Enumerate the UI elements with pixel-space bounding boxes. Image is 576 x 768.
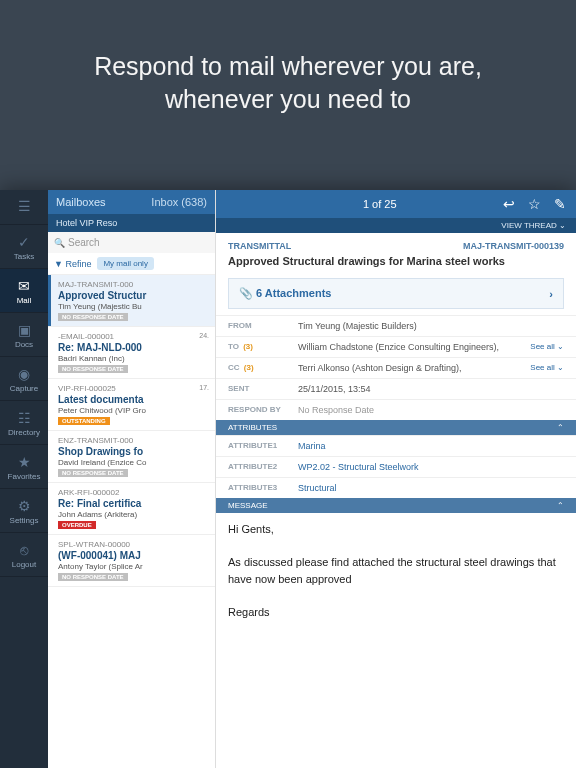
list-item[interactable]: 24.-EMAIL-000001Re: MAJ-NLD-000 Badri Ka…	[48, 327, 215, 379]
search-input[interactable]: Search	[48, 232, 215, 253]
nav-logout[interactable]: ⎋Logout	[0, 533, 48, 577]
messages-container: MAJ-TRANSMIT-000Approved StructurTim Yeu…	[48, 275, 215, 587]
see-all-link[interactable]: See all ⌄	[530, 363, 564, 373]
nav-capture[interactable]: ◉Capture	[0, 357, 48, 401]
nav-label: Favorites	[8, 472, 41, 481]
message-header[interactable]: MESSAGE⌃	[216, 498, 576, 513]
chevron-up-icon: ⌃	[557, 501, 564, 510]
chevron-up-icon: ⌃	[557, 423, 564, 432]
mail-icon: ✉	[2, 278, 46, 294]
doc-type: TRANSMITTAL	[228, 241, 291, 251]
field-value: Structural	[298, 483, 564, 493]
chevron-right-icon: ›	[549, 288, 553, 300]
nav-label: Tasks	[14, 252, 34, 261]
detail-toolbar: 1 of 25 ↩ ☆ ✎	[216, 190, 576, 218]
message-list-panel: Mailboxes Inbox (638) Hotel VIP Reso Sea…	[48, 190, 216, 768]
field-label: RESPOND BY	[228, 405, 298, 415]
attributes-header[interactable]: ATTRIBUTES⌃	[216, 420, 576, 435]
stack-icon: ☰	[2, 198, 46, 214]
message-subject: Approved Structural drawings for Marina …	[228, 255, 564, 267]
left-nav: ☰ ✓Tasks ✉Mail ▣Docs ◉Capture ☷Directory…	[0, 190, 48, 768]
nav-label: Settings	[10, 516, 39, 525]
field-label: ATTRIBUTE3	[228, 483, 298, 493]
field-value: No Response Date	[298, 405, 564, 415]
star-icon: ★	[2, 454, 46, 470]
grid-icon: ☷	[2, 410, 46, 426]
list-item[interactable]: ARK-RFI-000002Re: Final certificaJohn Ad…	[48, 483, 215, 535]
field-value: 25/11/2015, 13:54	[298, 384, 564, 394]
field-value: Terri Alkonso (Ashton Design & Drafting)…	[298, 363, 530, 373]
field-label: SENT	[228, 384, 298, 394]
star-icon[interactable]: ☆	[528, 196, 541, 212]
camera-icon: ◉	[2, 366, 46, 382]
refine-link[interactable]: ▼ Refine	[54, 259, 91, 269]
list-item[interactable]: MAJ-TRANSMIT-000Approved StructurTim Yeu…	[48, 275, 215, 327]
field-label: ATTRIBUTE1	[228, 441, 298, 451]
see-all-link[interactable]: See all ⌄	[530, 342, 564, 352]
reply-icon[interactable]: ↩	[503, 196, 515, 212]
list-item[interactable]: SPL-WTRAN-00000(WF-000041) MAJAntony Tay…	[48, 535, 215, 587]
view-thread-button[interactable]: VIEW THREAD ⌄	[216, 218, 576, 233]
list-item[interactable]: ENZ-TRANSMIT-000Shop Drawings foDavid Ir…	[48, 431, 215, 483]
filter-bar: ▼ Refine My mail only	[48, 253, 215, 275]
field-value: William Chadstone (Enzice Consulting Eng…	[298, 342, 530, 352]
inbox-count: Inbox (638)	[151, 196, 207, 208]
field-label: ATTRIBUTE2	[228, 462, 298, 472]
nav-favorites[interactable]: ★Favorites	[0, 445, 48, 489]
nav-docs[interactable]: ▣Docs	[0, 313, 48, 357]
field-label: FROM	[228, 321, 298, 331]
list-item[interactable]: 17.VIP-RFI-000025Latest documentaPeter C…	[48, 379, 215, 431]
nav-label: Directory	[8, 428, 40, 437]
nav-label: Logout	[12, 560, 36, 569]
field-value: Tim Yeung (Majestic Builders)	[298, 321, 564, 331]
nav-settings[interactable]: ⚙Settings	[0, 489, 48, 533]
app-window: ☰ ✓Tasks ✉Mail ▣Docs ◉Capture ☷Directory…	[0, 190, 576, 768]
nav-label: Docs	[15, 340, 33, 349]
compose-icon[interactable]: ✎	[554, 196, 566, 212]
gear-icon: ⚙	[2, 498, 46, 514]
logout-icon: ⎋	[2, 542, 46, 558]
docs-icon: ▣	[2, 322, 46, 338]
project-subheader: Hotel VIP Reso	[48, 214, 215, 232]
nav-label: Capture	[10, 384, 38, 393]
nav-mail[interactable]: ✉Mail	[0, 269, 48, 313]
position-indicator: 1 of 25	[266, 198, 493, 210]
nav-tasks[interactable]: ✓Tasks	[0, 225, 48, 269]
field-value: Marina	[298, 441, 564, 451]
attachments-bar[interactable]: 📎 6 Attachments ›	[228, 278, 564, 309]
filter-pill[interactable]: My mail only	[97, 257, 153, 270]
hero-caption: Respond to mail wherever you are, whenev…	[0, 0, 576, 145]
message-body: Hi Gents, As discussed please find attac…	[216, 513, 576, 628]
field-value: WP2.02 - Structural Steelwork	[298, 462, 564, 472]
nav-directory[interactable]: ☷Directory	[0, 401, 48, 445]
message-detail: 1 of 25 ↩ ☆ ✎ VIEW THREAD ⌄ TRANSMITTAL …	[216, 190, 576, 768]
mailboxes-link[interactable]: Mailboxes	[56, 196, 106, 208]
mail-header[interactable]: Mailboxes Inbox (638)	[48, 190, 215, 214]
check-icon: ✓	[2, 234, 46, 250]
nav-label: Mail	[17, 296, 32, 305]
doc-ref: MAJ-TRANSMIT-000139	[463, 241, 564, 251]
